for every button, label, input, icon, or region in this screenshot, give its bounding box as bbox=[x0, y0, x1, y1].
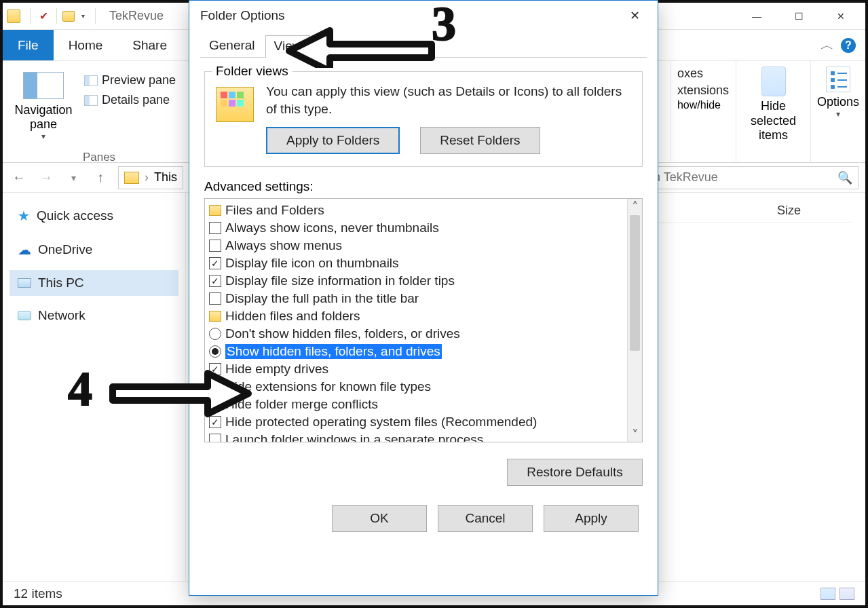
checkbox-icon[interactable] bbox=[209, 257, 221, 269]
tree-item-label: Hide protected operating system files (R… bbox=[225, 415, 537, 430]
forward-button[interactable]: → bbox=[37, 168, 56, 187]
checkbox-icon[interactable] bbox=[209, 275, 221, 287]
back-button[interactable]: ← bbox=[10, 168, 29, 187]
navigation-pane-button[interactable]: Navigation pane bbox=[10, 103, 77, 132]
folder-views-text: You can apply this view (such as Details… bbox=[266, 83, 631, 117]
search-input[interactable]: ch TekRevue 🔍 bbox=[641, 166, 858, 189]
reset-folders-button[interactable]: Reset Folders bbox=[420, 127, 540, 154]
maximize-button[interactable]: ☐ bbox=[778, 5, 819, 28]
ribbon-text: oxes bbox=[677, 65, 729, 82]
tree-checkbox-item[interactable]: Hide extensions for known file types bbox=[209, 378, 638, 396]
radio-icon[interactable] bbox=[209, 328, 221, 340]
tree-checkbox-item[interactable]: Hide protected operating system files (R… bbox=[209, 413, 638, 431]
annotation-number-4: 4 bbox=[68, 361, 92, 417]
restore-defaults-button[interactable]: Restore Defaults bbox=[507, 459, 643, 486]
hide-selected-icon bbox=[761, 66, 786, 96]
tree-item-label: Always show menus bbox=[225, 238, 342, 253]
tree-item-label: Display the full path in the title bar bbox=[225, 291, 419, 306]
up-button[interactable]: ↑ bbox=[91, 168, 110, 187]
view-details-icon[interactable] bbox=[820, 588, 835, 600]
ribbon-text: xtensions bbox=[677, 82, 729, 99]
ok-button[interactable]: OK bbox=[332, 505, 427, 532]
navigation-pane-icon bbox=[23, 72, 64, 99]
sidebar-item-thispc[interactable]: This PC bbox=[10, 270, 178, 296]
ribbon-collapse-icon[interactable]: ︿ bbox=[820, 36, 834, 54]
cloud-icon: ☁ bbox=[18, 242, 31, 258]
checkbox-icon[interactable] bbox=[209, 222, 221, 234]
folder-icon bbox=[209, 311, 221, 322]
sidebar-item-onedrive[interactable]: ☁OneDrive bbox=[10, 236, 178, 263]
details-pane-button[interactable]: Details pane bbox=[83, 90, 177, 110]
close-button[interactable]: ✕ bbox=[820, 5, 861, 28]
qat-properties-icon[interactable] bbox=[36, 9, 51, 24]
annotation-arrow-4 bbox=[106, 366, 255, 421]
separator bbox=[95, 8, 96, 24]
qat-dropdown-icon[interactable]: ▾ bbox=[81, 12, 90, 20]
dialog-close-button[interactable]: ✕ bbox=[623, 5, 647, 26]
apply-to-folders-button[interactable]: Apply to Folders bbox=[266, 127, 400, 154]
details-pane-icon bbox=[84, 95, 98, 106]
tree-item-label: Always show icons, never thumbnails bbox=[225, 221, 439, 235]
folder-options-dialog: Folder Options ✕ General View Folder vie… bbox=[189, 0, 658, 596]
annotation-arrow-3 bbox=[282, 20, 438, 68]
scroll-down-icon[interactable]: ˅ bbox=[628, 427, 642, 442]
folder-icon bbox=[209, 205, 221, 216]
tree-radio-item[interactable]: Show hidden files, folders, and drives bbox=[209, 343, 638, 360]
star-icon: ★ bbox=[18, 208, 30, 224]
address-path[interactable]: › This bbox=[118, 166, 183, 189]
apply-button[interactable]: Apply bbox=[544, 505, 639, 532]
preview-pane-button[interactable]: Preview pane bbox=[83, 71, 177, 90]
separator bbox=[56, 8, 57, 24]
radio-icon[interactable] bbox=[209, 345, 221, 358]
cancel-button[interactable]: Cancel bbox=[438, 505, 533, 532]
separator bbox=[30, 8, 31, 24]
checkbox-icon[interactable] bbox=[209, 434, 221, 442]
checkbox-icon[interactable] bbox=[209, 240, 221, 252]
help-icon[interactable]: ? bbox=[841, 38, 856, 53]
network-icon bbox=[18, 311, 31, 320]
view-icons-icon[interactable] bbox=[839, 588, 854, 600]
folder-views-group: Folder views You can apply this view (su… bbox=[204, 71, 643, 167]
checkbox-icon[interactable] bbox=[209, 292, 221, 305]
tree-checkbox-item[interactable]: Hide folder merge conflicts bbox=[209, 396, 638, 413]
tree-radio-item[interactable]: Don't show hidden files, folders, or dri… bbox=[209, 325, 638, 343]
group-legend: Folder views bbox=[212, 64, 293, 79]
sidebar-item-quickaccess[interactable]: ★Quick access bbox=[10, 202, 178, 229]
tab-home[interactable]: Home bbox=[54, 30, 118, 60]
tree-item-label: Launch folder windows in a separate proc… bbox=[225, 432, 483, 442]
advanced-settings-tree[interactable]: Files and FoldersAlways show icons, neve… bbox=[204, 198, 643, 442]
ribbon-group-label-showhide: how/hide bbox=[677, 99, 729, 111]
tree-item-label: Hide extensions for known file types bbox=[225, 379, 431, 394]
history-dropdown-icon[interactable]: ▾ bbox=[64, 168, 83, 187]
folder-icon bbox=[124, 172, 139, 184]
tree-checkbox-item[interactable]: Launch folder windows in a separate proc… bbox=[209, 431, 638, 442]
col-size[interactable]: Size bbox=[777, 204, 852, 218]
tree-root-label: Files and Folders bbox=[225, 203, 324, 218]
qat-newfolder-icon[interactable] bbox=[62, 11, 75, 22]
hide-selected-button[interactable]: Hide selected items bbox=[743, 99, 804, 143]
minimize-button[interactable]: — bbox=[736, 5, 777, 28]
tree-checkbox-item[interactable]: Display file icon on thumbnails bbox=[209, 254, 638, 272]
pc-icon bbox=[18, 278, 31, 288]
folder-views-icon bbox=[216, 87, 254, 122]
tree-checkbox-item[interactable]: Display file size information in folder … bbox=[209, 272, 638, 290]
scroll-up-icon[interactable]: ˄ bbox=[628, 199, 642, 214]
tree-checkbox-item[interactable]: Display the full path in the title bar bbox=[209, 290, 638, 307]
sidebar-item-network[interactable]: Network bbox=[10, 303, 178, 328]
search-icon: 🔍 bbox=[837, 170, 852, 185]
scroll-thumb[interactable] bbox=[630, 215, 640, 351]
tree-checkbox-item[interactable]: Always show icons, never thumbnails bbox=[209, 219, 638, 237]
tree-checkbox-item[interactable]: Hide empty drives bbox=[209, 360, 638, 378]
options-button[interactable]: Options bbox=[817, 95, 859, 109]
tree-subheader: Hidden files and folders bbox=[225, 309, 360, 324]
tab-general[interactable]: General bbox=[200, 35, 264, 57]
dialog-title: Folder Options bbox=[200, 8, 285, 23]
tree-scrollbar[interactable]: ˄ ˅ bbox=[627, 199, 642, 442]
tab-file[interactable]: File bbox=[3, 30, 54, 60]
ribbon-group-label-panes: Panes bbox=[18, 151, 181, 164]
status-text: 12 items bbox=[14, 586, 62, 601]
advanced-settings-label: Advanced settings: bbox=[204, 179, 643, 194]
tab-share[interactable]: Share bbox=[117, 30, 182, 60]
tree-item-label: Display file size information in folder … bbox=[225, 273, 455, 288]
tree-checkbox-item[interactable]: Always show menus bbox=[209, 237, 638, 254]
